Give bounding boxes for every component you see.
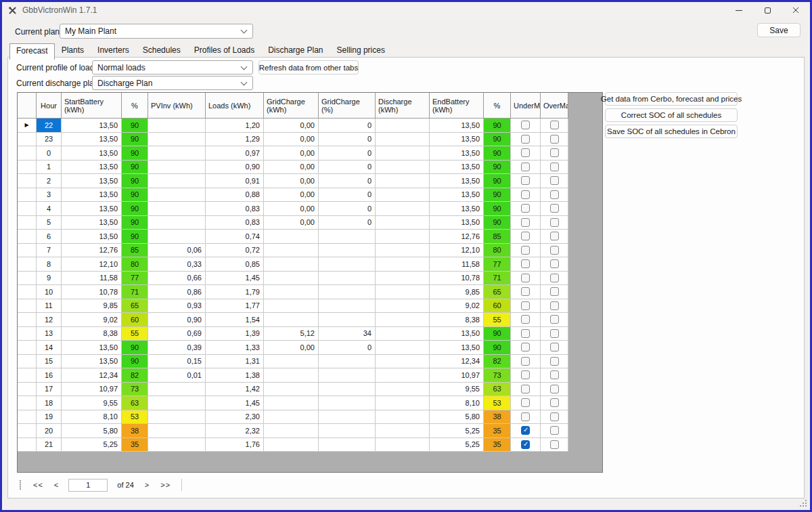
cell-hour[interactable]: 17: [37, 383, 62, 397]
row-header[interactable]: [18, 355, 37, 369]
row-header[interactable]: ▶: [18, 119, 37, 133]
cell-end-battery[interactable]: 13,50: [430, 202, 484, 216]
cell-loads[interactable]: 1,45: [206, 396, 264, 410]
cell-loads[interactable]: 1,29: [206, 133, 264, 147]
column-header-end-battery[interactable]: EndBattery (kWh): [430, 93, 484, 119]
cell-end-percent[interactable]: 90: [484, 146, 511, 161]
cell-end-battery[interactable]: 11,58: [430, 257, 484, 272]
overmax-checkbox-cell[interactable]: [541, 216, 568, 230]
overmax-checkbox[interactable]: [550, 135, 559, 144]
cell-discharge[interactable]: [376, 146, 430, 161]
cell-end-percent[interactable]: 73: [484, 368, 511, 383]
overmax-checkbox[interactable]: [550, 398, 559, 407]
cell-pvinv[interactable]: 0,01: [148, 368, 206, 383]
undermin-checkbox[interactable]: [521, 287, 530, 296]
cell-pvinv[interactable]: 0,66: [148, 272, 206, 286]
cell-gridcharge-kwh[interactable]: 0,00: [264, 341, 319, 355]
cell-gridcharge-kwh[interactable]: 5,12: [264, 327, 319, 341]
overmax-checkbox-cell[interactable]: [541, 257, 568, 272]
cell-gridcharge-pct[interactable]: [319, 285, 376, 299]
cell-gridcharge-pct[interactable]: [319, 272, 376, 286]
undermin-checkbox[interactable]: [521, 426, 530, 435]
cell-gridcharge-kwh[interactable]: [264, 299, 319, 314]
cell-start-battery[interactable]: 13,50: [62, 188, 122, 202]
cell-end-percent[interactable]: 35: [484, 424, 511, 438]
cell-pvinv[interactable]: 0,39: [148, 341, 206, 355]
cell-discharge[interactable]: [376, 133, 430, 147]
overmax-checkbox[interactable]: [550, 274, 559, 282]
undermin-checkbox-cell[interactable]: [511, 202, 541, 216]
cell-start-battery[interactable]: 8,10: [62, 410, 122, 425]
overmax-checkbox-cell[interactable]: [541, 424, 568, 438]
cell-pvinv[interactable]: [148, 133, 206, 147]
cell-discharge[interactable]: [376, 313, 430, 327]
cell-gridcharge-pct[interactable]: [319, 257, 376, 272]
cell-end-battery[interactable]: 12,34: [430, 355, 484, 369]
row-header[interactable]: [18, 341, 37, 355]
cell-hour[interactable]: 4: [37, 202, 62, 216]
cell-end-battery[interactable]: 13,50: [430, 188, 484, 202]
cell-loads[interactable]: 1,76: [206, 438, 264, 452]
cell-end-percent[interactable]: 82: [484, 355, 511, 369]
cell-start-percent[interactable]: 53: [122, 410, 148, 425]
undermin-checkbox-cell[interactable]: [511, 230, 541, 244]
overmax-checkbox[interactable]: [550, 204, 559, 213]
cell-start-percent[interactable]: 90: [122, 174, 148, 188]
undermin-checkbox-cell[interactable]: [511, 257, 541, 272]
row-header[interactable]: [18, 202, 37, 216]
cell-pvinv[interactable]: [148, 161, 206, 175]
get-data-from-cerbo-button[interactable]: Get data from Cerbo, forecast and prices: [605, 92, 738, 106]
cell-discharge[interactable]: [376, 424, 430, 438]
undermin-checkbox-cell[interactable]: [511, 161, 541, 175]
overmax-checkbox[interactable]: [550, 148, 559, 157]
cell-start-percent[interactable]: 85: [122, 244, 148, 258]
cell-pvinv[interactable]: [148, 396, 206, 410]
cell-discharge[interactable]: [376, 216, 430, 230]
cell-start-percent[interactable]: 71: [122, 285, 148, 299]
cell-loads[interactable]: 0,90: [206, 161, 264, 175]
row-header[interactable]: [18, 285, 37, 299]
minimize-button[interactable]: [725, 2, 753, 18]
correct-soc-button[interactable]: Correct SOC of all schedules: [605, 108, 738, 122]
cell-discharge[interactable]: [376, 161, 430, 175]
overmax-checkbox-cell[interactable]: [541, 202, 568, 216]
cell-gridcharge-pct[interactable]: 0: [319, 161, 376, 175]
cell-gridcharge-kwh[interactable]: [264, 410, 319, 425]
overmax-checkbox[interactable]: [550, 190, 559, 199]
cell-gridcharge-pct[interactable]: 34: [319, 327, 376, 341]
cell-gridcharge-pct[interactable]: 0: [319, 188, 376, 202]
cell-start-battery[interactable]: 5,80: [62, 424, 122, 438]
undermin-checkbox-cell[interactable]: [511, 272, 541, 286]
cell-gridcharge-pct[interactable]: [319, 410, 376, 425]
undermin-checkbox[interactable]: [521, 218, 530, 227]
cell-discharge[interactable]: [376, 410, 430, 425]
maximize-button[interactable]: [753, 2, 782, 18]
toolbar-grip-icon[interactable]: [20, 480, 21, 482]
undermin-checkbox[interactable]: [521, 176, 530, 185]
column-header-discharge[interactable]: Discharge (kWh): [376, 93, 430, 119]
cell-pvinv[interactable]: 0,06: [148, 244, 206, 258]
cell-hour[interactable]: 5: [37, 216, 62, 230]
undermin-checkbox[interactable]: [521, 190, 530, 199]
cell-loads[interactable]: 0,74: [206, 230, 264, 244]
cell-loads[interactable]: 1,79: [206, 285, 264, 299]
undermin-checkbox-cell[interactable]: [511, 188, 541, 202]
cell-gridcharge-kwh[interactable]: 0,00: [264, 161, 319, 175]
row-header[interactable]: [18, 230, 37, 244]
pager-page-input[interactable]: [68, 479, 108, 492]
cell-discharge[interactable]: [376, 285, 430, 299]
cell-end-percent[interactable]: 90: [484, 327, 511, 341]
cell-loads[interactable]: 0,83: [206, 216, 264, 230]
undermin-checkbox-cell[interactable]: [511, 119, 541, 133]
undermin-checkbox-cell[interactable]: [511, 216, 541, 230]
column-header-overmax[interactable]: OverMax: [541, 93, 568, 119]
undermin-checkbox[interactable]: [521, 121, 530, 129]
cell-discharge[interactable]: [376, 119, 430, 133]
cell-gridcharge-kwh[interactable]: 0,00: [264, 188, 319, 202]
cell-loads[interactable]: 1,42: [206, 383, 264, 397]
cell-gridcharge-kwh[interactable]: 0,00: [264, 119, 319, 133]
cell-end-battery[interactable]: 10,78: [430, 272, 484, 286]
undermin-checkbox-cell[interactable]: [511, 424, 541, 438]
cell-loads[interactable]: 1,54: [206, 313, 264, 327]
cell-gridcharge-kwh[interactable]: [264, 257, 319, 272]
